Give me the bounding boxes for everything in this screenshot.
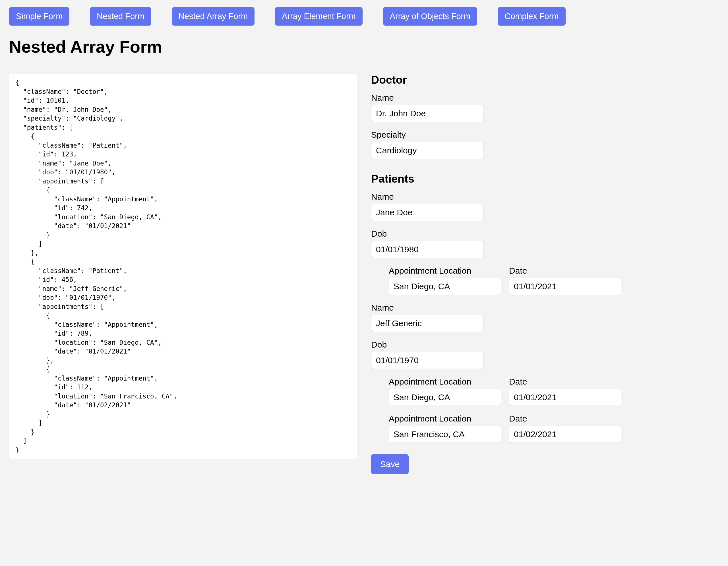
patients-heading: Patients	[371, 173, 719, 185]
patient-name-input[interactable]	[371, 204, 483, 221]
json-preview-panel: { "className": "Doctor", "id": 10101, "n…	[9, 74, 357, 459]
appointment-location-input[interactable]	[389, 278, 501, 295]
tab-nested-form[interactable]: Nested Form	[90, 7, 151, 26]
appointment-location-input[interactable]	[389, 389, 501, 406]
appointment-row: Appointment LocationDate	[389, 414, 719, 443]
patient-name-label: Name	[371, 192, 719, 202]
doctor-heading: Doctor	[371, 74, 719, 86]
page-title: Nested Array Form	[9, 37, 719, 57]
tab-nested-array-form[interactable]: Nested Array Form	[172, 7, 255, 26]
doctor-name-input[interactable]	[371, 105, 483, 122]
tab-simple-form[interactable]: Simple Form	[9, 7, 69, 26]
tab-complex-form[interactable]: Complex Form	[498, 7, 565, 26]
appointment-location-input[interactable]	[389, 426, 501, 443]
appointment-location-label: Appointment Location	[389, 414, 501, 424]
doctor-specialty-input[interactable]	[371, 142, 483, 159]
nav-tabs: Simple Form Nested Form Nested Array For…	[9, 7, 719, 26]
patient-name-input[interactable]	[371, 315, 483, 332]
appointment-date-input[interactable]	[509, 426, 621, 443]
doctor-specialty-label: Specialty	[371, 130, 719, 140]
tab-array-element-form[interactable]: Array Element Form	[275, 7, 362, 26]
appointment-row: Appointment LocationDate	[389, 266, 719, 295]
appointment-row: Appointment LocationDate	[389, 377, 719, 406]
patient-dob-input[interactable]	[371, 352, 483, 369]
save-button[interactable]: Save	[371, 454, 409, 474]
doctor-name-label: Name	[371, 93, 719, 103]
appointment-location-label: Appointment Location	[389, 377, 501, 387]
patient-name-label: Name	[371, 303, 719, 313]
patient-dob-input[interactable]	[371, 241, 483, 258]
appointment-location-label: Appointment Location	[389, 266, 501, 276]
json-preview-code: { "className": "Doctor", "id": 10101, "n…	[15, 78, 351, 455]
form-panel: Doctor Name Specialty Patients NameDobAp…	[371, 74, 719, 474]
appointment-date-input[interactable]	[509, 278, 621, 295]
appointment-date-input[interactable]	[509, 389, 621, 406]
patient-dob-label: Dob	[371, 229, 719, 239]
tab-array-of-objects-form[interactable]: Array of Objects Form	[383, 7, 477, 26]
appointment-date-label: Date	[509, 377, 621, 387]
appointment-date-label: Date	[509, 266, 621, 276]
patient-dob-label: Dob	[371, 340, 719, 350]
appointment-date-label: Date	[509, 414, 621, 424]
